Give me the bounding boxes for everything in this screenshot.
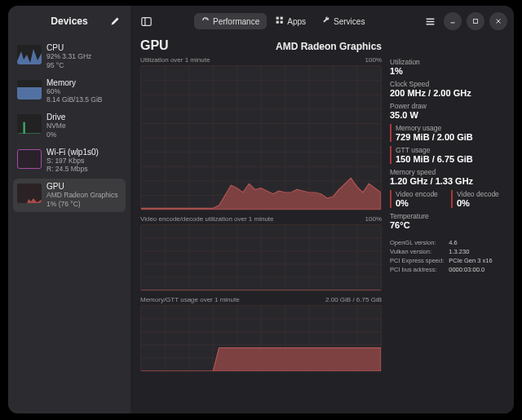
stat-vdec: Video decode 0% — [451, 190, 506, 208]
page-head: GPU AMD Radeon Graphics — [140, 37, 382, 53]
svg-rect-10 — [276, 21, 279, 24]
dev-name: Memory — [46, 78, 103, 87]
svg-rect-9 — [281, 17, 283, 20]
chart-label: Memory/GTT usage over 1 minute — [140, 296, 240, 303]
dev-sub: 8.14 GiB/13.5 GiB — [46, 96, 103, 104]
sidebar-item-memory[interactable]: Memory 60% 8.14 GiB/13.5 GiB — [13, 75, 126, 108]
sidebar-item-gpu[interactable]: GPU AMD Radeon Graphics 1% (76 °C) — [13, 179, 126, 212]
content: GPU AMD Radeon Graphics Utilization over… — [130, 37, 514, 413]
dev-sub: 60% — [46, 88, 103, 96]
memory-thumb — [17, 80, 42, 99]
tab-label: Apps — [287, 17, 306, 26]
dev-sub: S: 197 Kbps — [46, 157, 99, 166]
chart-label: Utilization over 1 minute — [140, 56, 210, 64]
stat-venc: Video encode 0% — [390, 190, 445, 208]
speedometer-icon — [201, 16, 210, 26]
close-icon[interactable] — [489, 12, 507, 30]
chart-memory: Memory/GTT usage over 1 minute 2.00 GiB … — [140, 296, 382, 372]
app-window: Devices CPU 92% 3.31 GHz 95 °C — [8, 6, 514, 413]
stat-temp: Temperature 76°C — [390, 212, 506, 230]
dev-sub: 1% (76 °C) — [46, 201, 117, 209]
tab-performance[interactable]: Performance — [194, 13, 267, 29]
page-title: GPU — [140, 38, 169, 53]
svg-rect-4 — [24, 122, 25, 134]
chart-canvas — [140, 305, 382, 372]
svg-rect-2 — [17, 87, 42, 99]
chart-max: 100% — [365, 56, 382, 64]
sidebar: Devices CPU 92% 3.31 GHz 95 °C — [8, 6, 130, 413]
stat-power: Power draw 35.0 W — [390, 102, 506, 120]
stat-gtt: GTT usage 150 MiB / 6.75 GiB — [390, 146, 506, 164]
maximize-icon[interactable] — [467, 12, 484, 30]
dev-name: Wi-Fi (wlp1s0) — [46, 148, 99, 157]
drive-thumb — [17, 114, 42, 134]
charts-column: GPU AMD Radeon Graphics Utilization over… — [140, 37, 382, 405]
chart-max: 2.00 GiB / 6.75 GiB — [325, 296, 382, 303]
chart-label: Video encode/decode utilization over 1 m… — [140, 215, 274, 223]
sidebar-item-drive[interactable]: Drive NVMe 0% — [13, 109, 126, 143]
dev-name: Drive — [46, 113, 66, 122]
tab-apps[interactable]: Apps — [268, 13, 313, 29]
gpu-properties: OpenGL version:4.6 Vulkan version:1.3.23… — [390, 239, 506, 273]
svg-rect-8 — [276, 17, 279, 20]
dev-sub: NVMe — [46, 122, 66, 130]
topbar: Performance Apps Services — [130, 6, 514, 37]
tab-label: Services — [334, 17, 365, 26]
dev-name: GPU — [46, 182, 117, 191]
chart-utilization: Utilization over 1 minute 100% — [140, 56, 382, 210]
chart-video: Video encode/decode utilization over 1 m… — [140, 215, 382, 291]
sidebar-item-wifi[interactable]: Wi-Fi (wlp1s0) S: 197 Kbps R: 24.5 Mbps — [13, 144, 126, 178]
svg-rect-13 — [474, 20, 478, 24]
svg-rect-11 — [281, 21, 283, 24]
svg-rect-6 — [141, 17, 150, 25]
dev-sub: R: 24.5 Mbps — [46, 166, 99, 174]
wrench-icon — [322, 16, 330, 26]
sidebar-title: Devices — [31, 15, 108, 27]
gpu-thumb — [17, 183, 42, 203]
stat-clock: Clock Speed 200 MHz / 2.00 GHz — [390, 80, 506, 98]
dev-sub: AMD Radeon Graphics — [46, 192, 117, 200]
tab-services[interactable]: Services — [315, 13, 372, 29]
stat-video-row: Video encode 0% Video decode 0% — [390, 190, 506, 208]
stats-column: Utilization 1% Clock Speed 200 MHz / 2.0… — [390, 37, 506, 405]
minimize-icon[interactable] — [444, 12, 462, 30]
cpu-thumb — [17, 45, 42, 64]
chart-canvas — [140, 65, 382, 210]
main-panel: Performance Apps Services — [130, 6, 514, 413]
device-list: CPU 92% 3.31 GHz 95 °C Memory 60% 8.14 G… — [8, 37, 130, 217]
view-tabs: Performance Apps Services — [192, 11, 374, 31]
dev-sub: 95 °C — [46, 62, 91, 70]
tab-label: Performance — [213, 17, 259, 26]
sidebar-header: Devices — [8, 6, 130, 37]
svg-rect-3 — [17, 114, 42, 134]
edit-icon[interactable] — [108, 14, 122, 29]
sidebar-item-cpu[interactable]: CPU 92% 3.31 GHz 95 °C — [13, 40, 126, 73]
toggle-sidebar-icon[interactable] — [137, 12, 155, 30]
chart-max: 100% — [365, 215, 382, 223]
dev-name: CPU — [46, 43, 91, 52]
stat-memusage: Memory usage 729 MiB / 2.00 GiB — [390, 124, 506, 142]
stat-memspeed: Memory speed 1.20 GHz / 1.33 GHz — [390, 168, 506, 186]
dev-sub: 0% — [46, 131, 66, 139]
dev-sub: 92% 3.31 GHz — [46, 53, 91, 61]
menu-icon[interactable] — [421, 12, 439, 30]
chart-canvas — [140, 224, 382, 291]
page-subtitle: AMD Radeon Graphics — [276, 41, 382, 52]
apps-icon — [276, 16, 284, 26]
stat-utilization: Utilization 1% — [390, 58, 506, 76]
wifi-thumb — [17, 149, 42, 169]
